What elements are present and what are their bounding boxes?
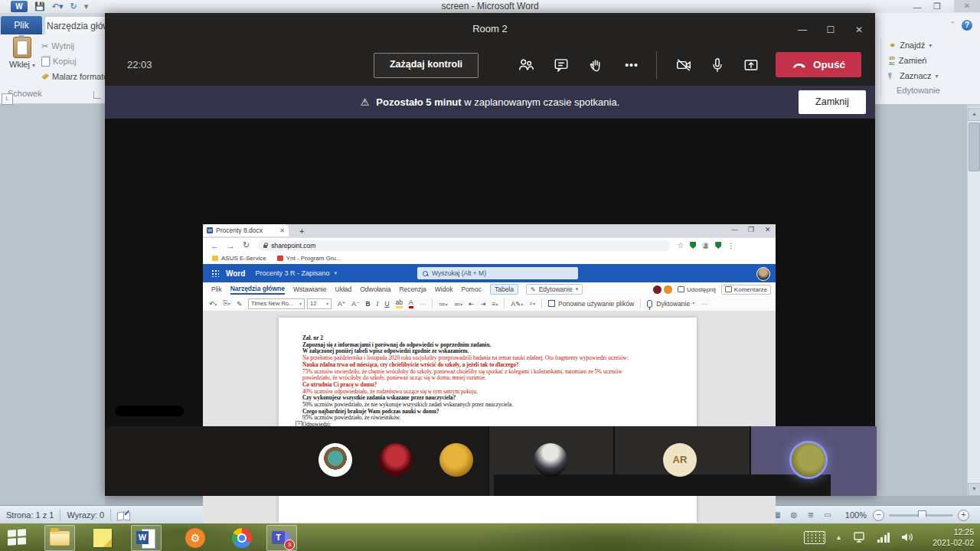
teams-minimize-icon[interactable]: — — [796, 24, 808, 36]
menu-view[interactable]: Widok — [435, 285, 453, 293]
undo-dropdown-icon[interactable]: ↶▾ — [209, 300, 217, 308]
more-options-icon[interactable]: ••• — [623, 57, 640, 73]
taskbar-explorer[interactable] — [44, 525, 75, 551]
app-launcher-icon[interactable] — [211, 269, 219, 277]
copy-button[interactable]: Kopiuj — [41, 54, 77, 68]
browser-restore-icon[interactable]: ❐ — [748, 226, 754, 233]
speaker-icon[interactable] — [900, 531, 914, 543]
clock[interactable]: 12:25 2021-02-02 — [933, 527, 974, 548]
account-avatar[interactable] — [756, 267, 770, 281]
coauthor-avatar[interactable] — [664, 285, 672, 294]
grow-font-icon[interactable]: A⁺ — [338, 300, 345, 308]
save-icon[interactable]: 💾 — [34, 2, 45, 11]
spellcheck-icon[interactable] — [117, 510, 129, 520]
banner-close-button[interactable]: Zamknij — [799, 90, 866, 114]
forward-icon[interactable]: → — [227, 241, 235, 250]
profile-icon[interactable] — [702, 242, 709, 249]
zoom-slider[interactable] — [889, 514, 953, 517]
toolbar-overflow-icon[interactable]: ⋯ — [701, 300, 707, 308]
word-titlebar[interactable]: W 💾 ↶▾ ↻ ▾ screen - Microsoft Word — ❐ ✕ — [0, 0, 980, 14]
font-size-select[interactable]: 12▾ — [307, 298, 332, 309]
menu-insert[interactable]: Wstawianie — [293, 285, 326, 293]
bookmark-star-icon[interactable]: ☆ — [677, 241, 684, 249]
word-online-logo[interactable]: Word — [226, 269, 245, 278]
start-button[interactable] — [8, 529, 26, 546]
styles-icon[interactable]: A✎▾ — [511, 300, 523, 308]
address-bar[interactable]: sharepoint.com — [257, 240, 671, 251]
zoom-level[interactable]: 100% — [845, 510, 867, 520]
tab-file[interactable]: Plik — [1, 16, 42, 34]
shrink-font-icon[interactable]: A⁻ — [351, 300, 359, 308]
scroll-down-icon[interactable]: ▼ — [968, 483, 980, 496]
zoom-slider-thumb[interactable] — [918, 510, 926, 521]
web-layout-view-button[interactable]: ◍ — [786, 508, 802, 523]
participant-avatar-initials[interactable]: AR — [663, 443, 697, 477]
italic-icon[interactable]: I — [377, 300, 379, 308]
menu-help[interactable]: Pomoc — [461, 285, 481, 293]
browser-menu-icon[interactable]: ⋮ — [727, 242, 734, 249]
minimize-button[interactable]: — — [911, 2, 923, 11]
new-tab-icon[interactable]: + — [299, 227, 304, 236]
word-app-icon[interactable]: W — [11, 1, 28, 12]
taskbar-chrome[interactable] — [227, 525, 257, 551]
microphone-icon[interactable] — [709, 57, 726, 73]
menu-table[interactable]: Tabela — [490, 284, 518, 295]
camera-off-icon[interactable] — [675, 57, 692, 73]
format-painter-button[interactable]: Malarz formatów — [41, 70, 105, 83]
reuse-files-button[interactable]: Ponowne używanie plików — [548, 300, 634, 308]
font-color-icon[interactable]: A — [409, 298, 413, 308]
participant-avatar-speaking[interactable] — [792, 443, 825, 477]
bookmark-item[interactable]: ASUS E-Service — [212, 255, 266, 262]
zoom-in-button[interactable]: + — [958, 510, 969, 521]
redo-icon[interactable]: ↻ — [70, 2, 77, 11]
page-indicator[interactable]: Strona: 1 z 1 — [6, 510, 54, 520]
scrollbar-thumb[interactable] — [969, 122, 980, 171]
extension-shield-icon[interactable] — [715, 242, 721, 249]
taskbar-sticky-notes[interactable] — [87, 525, 118, 551]
undo-icon[interactable]: ↶▾ — [52, 2, 64, 11]
clipboard-dialog-launcher[interactable] — [93, 91, 101, 99]
draft-view-button[interactable]: ▭ — [819, 508, 836, 523]
teams-maximize-icon[interactable]: ☐ — [825, 24, 837, 36]
participant-avatar[interactable] — [534, 443, 567, 477]
highlight-icon[interactable]: ab — [396, 298, 403, 308]
teams-close-icon[interactable]: ✕ — [853, 24, 865, 36]
outline-view-button[interactable]: ≣ — [802, 508, 819, 523]
font-name-select[interactable]: Times New Ro...▾ — [248, 298, 305, 309]
taskbar-teams[interactable]: T 3 — [266, 525, 297, 551]
paste-dropdown-icon[interactable]: ⎘▾ — [223, 299, 230, 308]
decrease-indent-icon[interactable]: ⇤ — [469, 300, 474, 308]
qat-customize-icon[interactable]: ▾ — [84, 2, 89, 11]
participant-avatar[interactable] — [439, 443, 473, 477]
touch-keyboard-icon[interactable] — [804, 531, 825, 544]
taskbar-settings-app[interactable]: ⚙ — [180, 525, 211, 551]
menu-layout[interactable]: Układ — [335, 285, 352, 293]
bullets-icon[interactable]: ≔▾ — [439, 300, 448, 308]
menu-file[interactable]: Plik — [211, 285, 222, 293]
share-screen-icon[interactable] — [743, 57, 760, 73]
tab-home[interactable]: Narzędzia głów — [44, 16, 112, 35]
coauthor-avatar[interactable] — [653, 285, 662, 294]
menu-home[interactable]: Narzędzia główne — [230, 285, 285, 295]
menu-references[interactable]: Odwołania — [360, 285, 390, 293]
increase-indent-icon[interactable]: ⇥ — [480, 300, 485, 308]
numbering-icon[interactable]: ≕▾ — [454, 300, 463, 308]
taskbar-word[interactable]: W — [131, 525, 162, 551]
zoom-out-button[interactable]: − — [873, 510, 884, 521]
cut-button[interactable]: ✂Wytnij — [41, 39, 74, 53]
chat-icon[interactable] — [553, 57, 570, 73]
adblock-shield-icon[interactable] — [690, 242, 696, 249]
share-button[interactable]: Udostępnij — [678, 286, 716, 293]
search-input[interactable]: Wyszukaj (Alt + M) — [417, 267, 578, 279]
participant-avatar[interactable] — [379, 443, 413, 477]
close-button[interactable]: ✕ — [954, 0, 980, 12]
signal-strength-icon[interactable] — [877, 533, 890, 543]
browser-minimize-icon[interactable]: — — [731, 226, 738, 233]
editing-mode-dropdown[interactable]: ✎ Edytowanie ▾ — [526, 284, 583, 295]
participant-avatar[interactable] — [318, 443, 352, 477]
document-title[interactable]: Procenty 3 R - Zapisano — [255, 269, 329, 277]
alignment-icon[interactable]: ≡▾ — [492, 300, 498, 308]
underline-icon[interactable]: U — [384, 300, 389, 308]
back-icon[interactable]: ← — [211, 241, 219, 250]
request-control-button[interactable]: Zażądaj kontroli — [374, 53, 479, 78]
